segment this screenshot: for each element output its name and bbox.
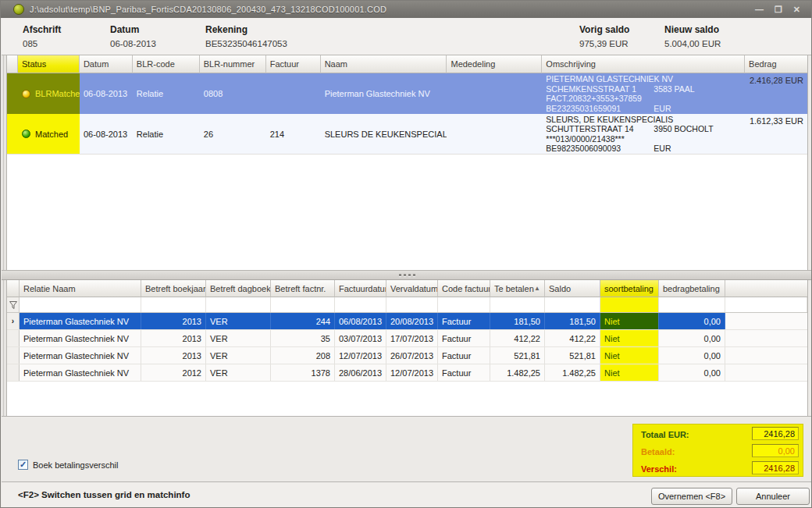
verschil-label: Verschil: [641, 464, 677, 474]
col-header-betreft-factnr[interactable]: Betreft factnr. [271, 280, 335, 297]
filter-cell[interactable] [20, 297, 141, 312]
soortbetaling-cell[interactable]: Niet [600, 313, 659, 329]
code-factuur-cell: Factuur [438, 364, 490, 381]
afschrift-value: 085 [23, 39, 61, 48]
filter-cell[interactable] [141, 297, 206, 312]
row-indicator: › [7, 313, 20, 329]
relatie-naam-cell: Pieterman Glastechniek NV [20, 330, 141, 346]
col-header-factuur[interactable]: Factuur [266, 55, 321, 73]
filter-row[interactable] [7, 297, 807, 313]
soortbetaling-cell[interactable]: Niet [600, 330, 659, 346]
matching-header-row: Relatie Naam Betreft boekjaar Betreft da… [7, 280, 807, 297]
overnemen-button[interactable]: Overnemen <F8> [651, 488, 732, 505]
field-nieuw-saldo: Nieuw saldo 5.004,00 EUR [664, 24, 721, 48]
filter-cell[interactable] [490, 297, 545, 312]
transactions-grid: Status Datum BLR-code BLR-nummer Factuur… [7, 55, 808, 270]
datum-cell: 06-08-2013 [80, 114, 133, 154]
invoice-row[interactable]: Pieterman Glastechniek NV 2012 VER 1378 … [7, 364, 807, 382]
relatie-naam-cell: Pieterman Glastechniek NV [20, 347, 141, 364]
row-indicator [7, 330, 20, 346]
code-factuur-cell: Factuur [438, 330, 490, 346]
col-header-relatie-naam[interactable]: Relatie Naam [20, 280, 141, 297]
betaald-value[interactable]: 0,00 [752, 444, 799, 457]
factuurdatum-cell: 03/07/2013 [335, 330, 386, 346]
bedragbetaling-cell[interactable]: 0,00 [659, 313, 725, 329]
col-header-bedrag[interactable]: Bedrag [745, 55, 807, 73]
col-header-factuurdatum[interactable]: Factuurdatum [335, 280, 386, 297]
col-header-blr-nummer[interactable]: BLR-nummer [200, 55, 266, 73]
col-header-bedragbetaling[interactable]: bedragbetaling [659, 280, 725, 297]
row-indicator [7, 364, 20, 381]
keyboard-hint: <F2> Switchen tussen grid en matchinfo [18, 490, 190, 499]
oms-line4-right: EUR [654, 144, 671, 154]
dagboek-cell: VER [206, 330, 271, 346]
bedragbetaling-cell[interactable]: 0,00 [659, 330, 725, 346]
statement-info-panel: Afschrift 085 Datum 06-08-2013 Rekening … [2, 18, 812, 55]
filter-cell[interactable] [386, 297, 438, 312]
te-betalen-cell: 412,22 [490, 330, 545, 346]
vervaldatum-cell: 26/07/2013 [386, 347, 438, 364]
col-header-status[interactable]: Status [18, 55, 80, 73]
col-header-betreft-boekjaar[interactable]: Betreft boekjaar [141, 280, 206, 297]
datum-label: Datum [110, 24, 156, 35]
col-header-te-betalen[interactable]: Te betalen ▲ [490, 280, 545, 297]
filter-cell[interactable] [659, 297, 725, 312]
soortbetaling-cell[interactable]: Niet [600, 364, 659, 381]
factnr-cell: 208 [271, 347, 335, 364]
invoice-row[interactable]: › Pieterman Glastechniek NV 2013 VER 244… [7, 313, 807, 330]
col-header-omschrijving[interactable]: Omschrijving [542, 55, 745, 73]
totaal-eur-value[interactable]: 2416,28 [752, 427, 799, 440]
bedragbetaling-cell[interactable]: 0,00 [659, 364, 725, 381]
filter-cell[interactable] [206, 297, 271, 312]
annuleer-button[interactable]: Annuleer [736, 488, 810, 505]
soortbetaling-cell[interactable]: Niet [600, 347, 659, 364]
col-header-vervaldatum[interactable]: Vervaldatum [386, 280, 438, 297]
col-header-mededeling[interactable]: Mededeling [447, 55, 542, 73]
field-vorig-saldo: Vorig saldo 975,39 EUR [579, 24, 629, 48]
factuurdatum-cell: 06/08/2013 [335, 313, 386, 329]
factnr-cell: 35 [271, 330, 335, 346]
factnr-cell: 1378 [271, 364, 335, 381]
filter-cell[interactable] [335, 297, 386, 312]
transaction-row[interactable]: BLRMatched 06-08-2013 Relatie 0808 Piete… [7, 73, 807, 114]
sort-ascending-icon: ▲ [534, 285, 540, 292]
close-icon[interactable]: ✕ [793, 1, 800, 18]
datum-cell: 06-08-2013 [80, 73, 133, 114]
col-header-blr-code[interactable]: BLR-code [133, 55, 200, 73]
naam-cell: SLEURS DE KEUKENSPECIALIST [321, 114, 447, 154]
boek-betalingsverschil-checkbox[interactable]: ✓ [18, 460, 28, 470]
bedragbetaling-cell[interactable]: 0,00 [659, 347, 725, 364]
filter-cell[interactable] [545, 297, 600, 312]
status-cell: Matched [18, 114, 80, 154]
col-header-soortbetaling[interactable]: soortbetaling [600, 280, 659, 297]
blr-nummer-cell: 0808 [200, 73, 266, 114]
filter-indicator [7, 297, 20, 312]
col-header-betreft-dagboek[interactable]: Betreft dagboek [206, 280, 271, 297]
invoice-row[interactable]: Pieterman Glastechniek NV 2013 VER 208 1… [7, 347, 807, 364]
filter-cell[interactable] [271, 297, 335, 312]
col-header-saldo[interactable]: Saldo [545, 280, 600, 297]
col-header-code-factuur[interactable]: Code factuur [438, 280, 490, 297]
row-indicator-header [7, 280, 20, 297]
boekjaar-cell: 2013 [141, 330, 206, 346]
col-header-datum[interactable]: Datum [80, 55, 133, 73]
filter-cell[interactable] [438, 297, 490, 312]
oms-line3: FACT.20832+3553+37859 [546, 94, 642, 104]
relatie-naam-cell: Pieterman Glastechniek NV [20, 313, 141, 329]
grid-splitter[interactable] [2, 270, 812, 280]
mededeling-cell [447, 114, 542, 154]
check-icon: ✓ [20, 460, 27, 469]
invoice-row[interactable]: Pieterman Glastechniek NV 2013 VER 35 03… [7, 330, 807, 347]
oms-line2-right: 3583 PAAL [654, 84, 694, 94]
boek-betalingsverschil-option[interactable]: ✓ Boek betalingsverschil [18, 460, 118, 470]
verschil-value[interactable]: 2416,28 [752, 461, 799, 474]
factuur-cell [266, 73, 321, 114]
transaction-row[interactable]: Matched 06-08-2013 Relatie 26 214 SLEURS… [7, 114, 807, 155]
maximize-icon[interactable]: ❐ [775, 1, 782, 18]
col-header-naam[interactable]: Naam [321, 55, 447, 73]
filler-cell [725, 364, 807, 381]
filter-cell[interactable] [600, 297, 659, 312]
minimize-icon[interactable]: — [755, 1, 764, 18]
factnr-cell: 244 [271, 313, 335, 329]
boekjaar-cell: 2013 [141, 347, 206, 364]
